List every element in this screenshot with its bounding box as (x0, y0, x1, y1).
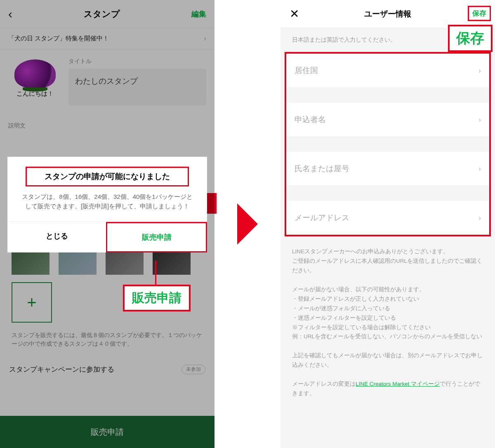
modal-body: スタンプは、8個、16個、24個、32個、40個を1パッケージとして販売できます… (7, 192, 207, 222)
fields-box: 居住国 › 申込者名 › 氏名または屋号 › メールアドレス › (285, 52, 491, 236)
add-stamp-button[interactable]: + (12, 282, 52, 323)
info-p1: LINEスタンプメーカーへのお申込みありがとうございます。 ご登録のメールアドレ… (292, 247, 483, 276)
field-label: 申込者名 (295, 114, 326, 125)
left-header: ‹ スタンプ 編集 (0, 0, 214, 28)
stamp-screen: ‹ スタンプ 編集 「犬の日 スタンプ」特集を開催中！ › こんにちは！ タイト… (0, 0, 214, 448)
stamp-thumb[interactable] (153, 249, 191, 275)
banner-text: 「犬の日 スタンプ」特集を開催中！ (8, 35, 109, 42)
campaign-label: スタンプキャンペーンに参加する (9, 365, 114, 374)
campaign-badge: 未参加 (182, 365, 205, 374)
flower-icon (14, 59, 56, 88)
right-body: 日本語または英語で入力してください。 居住国 › 申込者名 › 氏名または屋号 … (280, 28, 495, 448)
info-text: LINEスタンプメーカーへのお申込みありがとうございます。 ご登録のメールアドレ… (280, 236, 495, 409)
title-column: タイトル わたしのスタンプ (68, 58, 206, 106)
chevron-right-icon: › (478, 214, 481, 222)
right-header: ✕ ユーザー情報 保存 (280, 0, 495, 28)
close-icon[interactable]: ✕ (290, 7, 299, 21)
title-label: タイトル (68, 58, 206, 65)
chevron-right-icon: › (478, 66, 481, 75)
chevron-right-icon: › (478, 116, 481, 124)
chevron-right-icon: › (478, 165, 481, 173)
creators-market-link[interactable]: LINE Creators Market マイページ (356, 381, 440, 387)
field-label: 氏名または屋号 (295, 163, 349, 174)
stamp-hint: スタンプを販売するには、最低８個のスタンプが必要です。１つのパッケージの中で作成… (0, 323, 214, 348)
modal-title: スタンプの申請が可能になりました (26, 167, 189, 186)
sell-apply-button[interactable]: 販売申請 (0, 416, 214, 448)
campaign-row[interactable]: スタンプキャンペーンに参加する 未参加 (0, 365, 214, 374)
stamp-thumb[interactable] (59, 249, 97, 275)
callout-apply: 販売申請 (123, 285, 191, 311)
thumbnail-row (0, 249, 214, 275)
arrow-gap (214, 0, 280, 448)
field-label: メールアドレス (295, 212, 349, 223)
modal-close-button[interactable]: とじる (7, 222, 106, 252)
field-gap (286, 137, 489, 152)
description-label: 説明文 (0, 122, 214, 130)
arrow-icon (237, 203, 258, 245)
title-area: こんにちは！ タイトル わたしのスタンプ (0, 50, 214, 114)
field-gap (286, 186, 489, 201)
callout-connector (155, 261, 156, 285)
banner-row[interactable]: 「犬の日 スタンプ」特集を開催中！ › (0, 28, 214, 50)
title-input[interactable]: わたしのスタンプ (68, 68, 206, 106)
callout-save: 保存 (448, 25, 493, 52)
info-p4-pre: メールアドレスの変更は (292, 381, 356, 387)
info-p3: 上記を確認してもメールが届かない場合は、別のメールアドレスでお申し込みください。 (292, 351, 483, 370)
field-gap (286, 88, 489, 103)
apply-modal: スタンプの申請が可能になりました スタンプは、8個、16個、24個、32個、40… (7, 157, 207, 252)
modal-apply-button[interactable]: 販売申請 (107, 232, 206, 242)
stamp-thumb[interactable] (106, 249, 144, 275)
field-label: 居住国 (295, 65, 318, 76)
stamp-thumb[interactable] (12, 249, 50, 275)
info-p4: メールアドレスの変更はLINE Creators Market マイページで行う… (292, 380, 483, 398)
modal-apply-wrap: 販売申請 (106, 222, 207, 252)
back-icon[interactable]: ‹ (8, 7, 12, 21)
user-info-screen: ✕ ユーザー情報 保存 保存 日本語または英語で入力してください。 居住国 › … (280, 0, 495, 448)
country-field[interactable]: 居住国 › (286, 54, 489, 88)
save-button[interactable]: 保存 (468, 6, 491, 21)
name-field[interactable]: 氏名または屋号 › (286, 152, 489, 186)
stamp-preview: こんにちは！ (8, 58, 62, 99)
edit-button[interactable]: 編集 (191, 9, 206, 19)
applicant-field[interactable]: 申込者名 › (286, 103, 489, 137)
right-title: ユーザー情報 (364, 9, 411, 19)
email-field[interactable]: メールアドレス › (286, 201, 489, 235)
left-title: スタンプ (84, 8, 120, 20)
chevron-right-icon: › (204, 34, 206, 43)
modal-buttons: とじる 販売申請 (7, 222, 207, 252)
info-p2: メールが届かない場合、以下の可能性があります。 ・登録メールアドレスが正しく入力… (292, 285, 483, 342)
